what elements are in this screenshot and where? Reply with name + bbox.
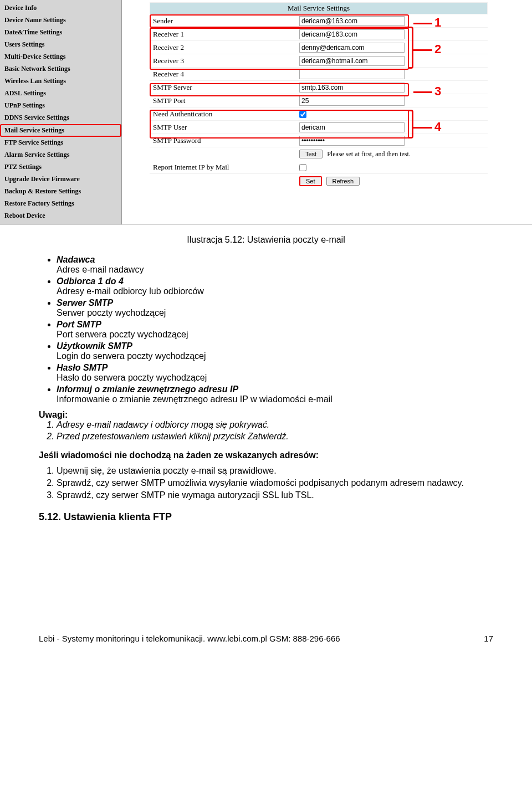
sidebar-item[interactable]: Backup & Restore Settings [0, 186, 121, 198]
checkbox-report-ip[interactable] [299, 164, 306, 171]
sidebar-item[interactable]: Wireless Lan Settings [0, 75, 121, 88]
sidebar-item[interactable]: UPnP Settings [0, 100, 121, 112]
bullet-desc: Hasło do serwera poczty wychodzącej [57, 373, 207, 382]
page-footer: Lebi - Systemy monitoringu i telekomunik… [0, 634, 532, 643]
checkbox-need-auth[interactable] [299, 111, 306, 118]
bullet-desc: Informowanie o zmianie zewnętrznego adre… [57, 394, 332, 404]
label-report-ip: Report Internet IP by Mail [150, 163, 299, 172]
input-smtp-port[interactable] [299, 96, 405, 106]
panel-header: Mail Service Settings [150, 2, 488, 14]
test-button[interactable]: Test [299, 150, 323, 158]
notes-list: Adresy e-mail nadawcy i odbiorcy mogą si… [57, 420, 493, 442]
bullet-title: Użytkownik SMTP [57, 341, 132, 351]
input-receiver4[interactable] [299, 69, 405, 79]
bullet-title: Hasło SMTP [57, 363, 108, 372]
sidebar-item[interactable]: Users Settings [0, 39, 121, 51]
label-sender: Sender [150, 17, 299, 25]
sidebar-item[interactable]: Device Info [0, 2, 121, 14]
sidebar-item[interactable]: FTP Service Settings [0, 137, 121, 149]
callout-3: 3 [413, 84, 441, 99]
bullet-title: Serwer SMTP [57, 298, 113, 307]
troubleshoot-list: Upewnij się, że ustawienia poczty e-mail… [57, 466, 493, 500]
sidebar-item[interactable]: Multi-Device Settings [0, 51, 121, 63]
troubleshoot-item: Sprawdź, czy serwer SMTP umożliwia wysył… [57, 478, 493, 488]
input-receiver2[interactable] [299, 43, 405, 53]
callout-4: 4 [413, 120, 441, 134]
troubleshoot-heading: Jeśli wiadomości nie dochodzą na żaden z… [39, 450, 493, 460]
bullet-desc: Login do serwera poczty wychodzącej [57, 351, 206, 361]
label-smtp-user: SMTP User [150, 123, 299, 132]
sidebar-item-mail-service[interactable]: Mail Service Settings [0, 124, 121, 137]
input-smtp-server[interactable] [299, 83, 405, 93]
troubleshoot-item: Sprawdź, czy serwer SMTP nie wymaga auto… [57, 490, 493, 500]
document-body: Ilustracja 5.12: Ustawienia poczty e-mai… [0, 225, 532, 545]
sidebar-item[interactable]: Alarm Service Settings [0, 149, 121, 161]
refresh-button[interactable]: Refresh [326, 177, 360, 186]
label-smtp-password: SMTP Password [150, 136, 299, 145]
footer-left: Lebi - Systemy monitoringu i telekomunik… [39, 634, 340, 643]
mail-settings-panel: Mail Service Settings Sender Receiver 1 … [122, 0, 532, 224]
bullet-title: Nadawca [57, 255, 95, 264]
sidebar-item[interactable]: DDNS Service Settings [0, 112, 121, 124]
input-receiver3[interactable] [299, 56, 405, 66]
label-receiver4: Receiver 4 [150, 70, 299, 79]
sidebar-item[interactable]: ADSL Settings [0, 88, 121, 100]
callout-2: 2 [413, 42, 441, 57]
label-receiver1: Receiver 1 [150, 30, 299, 39]
input-smtp-password[interactable] [299, 136, 405, 146]
troubleshoot-item: Upewnij się, że ustawienia poczty e-mail… [57, 466, 493, 476]
sidebar-item[interactable]: PTZ Settings [0, 161, 121, 173]
section-5-12-heading: 5.12. Ustawienia klienta FTP [39, 511, 493, 523]
figure-caption: Ilustracja 5.12: Ustawienia poczty e-mai… [39, 235, 493, 245]
settings-sidebar: Device Info Device Name Settings Date&Ti… [0, 0, 122, 224]
note-item: Adresy e-mail nadawcy i odbiorcy mogą si… [57, 420, 493, 430]
bullet-desc: Adres e-mail nadawcy [57, 265, 144, 274]
input-sender[interactable] [299, 16, 405, 26]
notes-heading: Uwagi: [39, 410, 493, 420]
bullet-desc: Adresy e-mail odbiorcy lub odbiorców [57, 286, 204, 296]
label-receiver3: Receiver 3 [150, 57, 299, 65]
sidebar-item[interactable]: Device Name Settings [0, 14, 121, 27]
sidebar-item[interactable]: Restore Factory Settings [0, 198, 121, 210]
sidebar-item[interactable]: Reboot Device [0, 210, 121, 222]
label-receiver2: Receiver 2 [150, 43, 299, 52]
settings-legend: NadawcaAdres e-mail nadawcy Odbiorca 1 d… [57, 255, 493, 404]
sidebar-item[interactable]: Date&Time Settings [0, 27, 121, 39]
sidebar-item[interactable]: Upgrade Device Firmware [0, 173, 121, 186]
label-smtp-port: SMTP Port [150, 96, 299, 105]
label-need-auth: Need Authentication [150, 110, 299, 119]
bullet-title: Port SMTP [57, 320, 101, 329]
bullet-title: Odbiorca 1 do 4 [57, 276, 124, 286]
bullet-desc: Port serwera poczty wychodzącej [57, 330, 188, 339]
note-item: Przed przetestowaniem ustawień kliknij p… [57, 432, 493, 442]
set-button[interactable]: Set [299, 176, 322, 186]
footer-page-number: 17 [484, 634, 493, 643]
callout-1: 1 [413, 16, 441, 30]
config-screenshot: Device Info Device Name Settings Date&Ti… [0, 0, 532, 225]
bullet-desc: Serwer poczty wychodzącej [57, 308, 166, 317]
bullet-title: Informuj o zmianie zewnętrznego adresu I… [57, 384, 238, 394]
input-smtp-user[interactable] [299, 122, 405, 132]
sidebar-item[interactable]: Basic Network Settings [0, 63, 121, 75]
test-note: Please set at first, and then test. [327, 150, 411, 158]
label-smtp-server: SMTP Server [150, 83, 299, 92]
input-receiver1[interactable] [299, 29, 405, 39]
